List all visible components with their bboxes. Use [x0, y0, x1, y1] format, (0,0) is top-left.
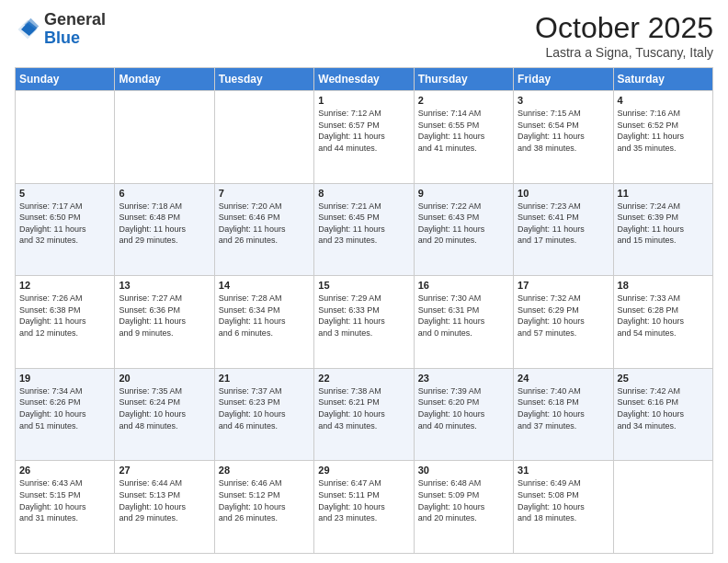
- calendar-cell: 4Sunrise: 7:16 AM Sunset: 6:52 PM Daylig…: [613, 91, 712, 184]
- weekday-header-monday: Monday: [115, 68, 214, 91]
- calendar-cell: 12Sunrise: 7:26 AM Sunset: 6:38 PM Dayli…: [16, 276, 115, 369]
- calendar-cell: 31Sunrise: 6:49 AM Sunset: 5:08 PM Dayli…: [514, 461, 613, 554]
- day-number: 19: [19, 373, 110, 384]
- weekday-header-tuesday: Tuesday: [214, 68, 313, 91]
- weekday-header-thursday: Thursday: [414, 68, 513, 91]
- day-number: 12: [19, 280, 110, 291]
- calendar-cell: 14Sunrise: 7:28 AM Sunset: 6:34 PM Dayli…: [214, 276, 313, 369]
- logo-text: General Blue: [44, 11, 106, 48]
- day-number: 21: [219, 373, 310, 384]
- day-info: Sunrise: 7:26 AM Sunset: 6:38 PM Dayligh…: [19, 293, 110, 339]
- day-info: Sunrise: 7:33 AM Sunset: 6:28 PM Dayligh…: [618, 293, 709, 339]
- day-info: Sunrise: 7:30 AM Sunset: 6:31 PM Dayligh…: [418, 293, 509, 339]
- day-number: 10: [518, 188, 609, 199]
- day-info: Sunrise: 7:12 AM Sunset: 6:57 PM Dayligh…: [318, 108, 409, 154]
- calendar-cell: 28Sunrise: 6:46 AM Sunset: 5:12 PM Dayli…: [214, 461, 313, 554]
- day-number: 6: [119, 188, 210, 199]
- day-number: 2: [418, 95, 509, 106]
- header: General Blue October 2025 Lastra a Signa…: [15, 11, 713, 60]
- calendar-cell: 15Sunrise: 7:29 AM Sunset: 6:33 PM Dayli…: [314, 276, 414, 369]
- day-info: Sunrise: 7:37 AM Sunset: 6:23 PM Dayligh…: [219, 385, 310, 431]
- day-number: 31: [518, 465, 609, 476]
- day-info: Sunrise: 6:44 AM Sunset: 5:13 PM Dayligh…: [119, 477, 210, 523]
- logo-icon: [15, 17, 40, 42]
- calendar-cell: 26Sunrise: 6:43 AM Sunset: 5:15 PM Dayli…: [16, 461, 115, 554]
- calendar-cell: 22Sunrise: 7:38 AM Sunset: 6:21 PM Dayli…: [314, 368, 414, 461]
- calendar-cell: [613, 461, 712, 554]
- day-info: Sunrise: 7:14 AM Sunset: 6:55 PM Dayligh…: [418, 108, 509, 154]
- weekday-header-sunday: Sunday: [16, 68, 115, 91]
- day-info: Sunrise: 7:15 AM Sunset: 6:54 PM Dayligh…: [518, 108, 609, 154]
- weekday-header-wednesday: Wednesday: [314, 68, 414, 91]
- day-number: 18: [618, 280, 709, 291]
- page: General Blue October 2025 Lastra a Signa…: [0, 0, 728, 563]
- calendar-cell: 10Sunrise: 7:23 AM Sunset: 6:41 PM Dayli…: [514, 183, 613, 276]
- day-number: 30: [418, 465, 509, 476]
- calendar-cell: [115, 91, 214, 184]
- day-info: Sunrise: 7:39 AM Sunset: 6:20 PM Dayligh…: [418, 385, 509, 431]
- day-info: Sunrise: 7:34 AM Sunset: 6:26 PM Dayligh…: [19, 385, 110, 431]
- weekday-header-friday: Friday: [514, 68, 613, 91]
- logo: General Blue: [15, 11, 106, 48]
- calendar-cell: 27Sunrise: 6:44 AM Sunset: 5:13 PM Dayli…: [115, 461, 214, 554]
- day-info: Sunrise: 7:32 AM Sunset: 6:29 PM Dayligh…: [518, 293, 609, 339]
- day-number: 28: [219, 465, 310, 476]
- week-row-1: 1Sunrise: 7:12 AM Sunset: 6:57 PM Daylig…: [16, 91, 713, 184]
- day-number: 27: [119, 465, 210, 476]
- day-number: 13: [119, 280, 210, 291]
- day-info: Sunrise: 7:29 AM Sunset: 6:33 PM Dayligh…: [318, 293, 409, 339]
- calendar-cell: 6Sunrise: 7:18 AM Sunset: 6:48 PM Daylig…: [115, 183, 214, 276]
- calendar-cell: 29Sunrise: 6:47 AM Sunset: 5:11 PM Dayli…: [314, 461, 414, 554]
- calendar-cell: 19Sunrise: 7:34 AM Sunset: 6:26 PM Dayli…: [16, 368, 115, 461]
- calendar-cell: 18Sunrise: 7:33 AM Sunset: 6:28 PM Dayli…: [613, 276, 712, 369]
- day-number: 23: [418, 373, 509, 384]
- day-info: Sunrise: 7:23 AM Sunset: 6:41 PM Dayligh…: [518, 201, 609, 247]
- day-info: Sunrise: 7:35 AM Sunset: 6:24 PM Dayligh…: [119, 385, 210, 431]
- day-info: Sunrise: 7:20 AM Sunset: 6:46 PM Dayligh…: [219, 201, 310, 247]
- day-info: Sunrise: 7:17 AM Sunset: 6:50 PM Dayligh…: [19, 201, 110, 247]
- logo-general-text: General: [44, 10, 106, 29]
- calendar-cell: 30Sunrise: 6:48 AM Sunset: 5:09 PM Dayli…: [414, 461, 513, 554]
- day-info: Sunrise: 7:16 AM Sunset: 6:52 PM Dayligh…: [618, 108, 709, 154]
- calendar-table: SundayMondayTuesdayWednesdayThursdayFrid…: [15, 67, 713, 554]
- title-block: October 2025 Lastra a Signa, Tuscany, It…: [535, 11, 713, 60]
- day-number: 26: [19, 465, 110, 476]
- day-info: Sunrise: 6:47 AM Sunset: 5:11 PM Dayligh…: [318, 477, 409, 523]
- weekday-header-saturday: Saturday: [613, 68, 712, 91]
- calendar-cell: 20Sunrise: 7:35 AM Sunset: 6:24 PM Dayli…: [115, 368, 214, 461]
- day-number: 5: [19, 188, 110, 199]
- calendar-cell: 13Sunrise: 7:27 AM Sunset: 6:36 PM Dayli…: [115, 276, 214, 369]
- day-number: 25: [618, 373, 709, 384]
- day-number: 8: [318, 188, 409, 199]
- day-number: 15: [318, 280, 409, 291]
- day-number: 4: [618, 95, 709, 106]
- day-number: 14: [219, 280, 310, 291]
- day-info: Sunrise: 6:48 AM Sunset: 5:09 PM Dayligh…: [418, 477, 509, 523]
- calendar-cell: 23Sunrise: 7:39 AM Sunset: 6:20 PM Dayli…: [414, 368, 513, 461]
- day-number: 24: [518, 373, 609, 384]
- week-row-2: 5Sunrise: 7:17 AM Sunset: 6:50 PM Daylig…: [16, 183, 713, 276]
- day-number: 7: [219, 188, 310, 199]
- calendar-cell: 24Sunrise: 7:40 AM Sunset: 6:18 PM Dayli…: [514, 368, 613, 461]
- day-number: 11: [618, 188, 709, 199]
- day-info: Sunrise: 6:49 AM Sunset: 5:08 PM Dayligh…: [518, 477, 609, 523]
- calendar-cell: 16Sunrise: 7:30 AM Sunset: 6:31 PM Dayli…: [414, 276, 513, 369]
- calendar-cell: 5Sunrise: 7:17 AM Sunset: 6:50 PM Daylig…: [16, 183, 115, 276]
- calendar-cell: 11Sunrise: 7:24 AM Sunset: 6:39 PM Dayli…: [613, 183, 712, 276]
- week-row-5: 26Sunrise: 6:43 AM Sunset: 5:15 PM Dayli…: [16, 461, 713, 554]
- calendar-cell: 21Sunrise: 7:37 AM Sunset: 6:23 PM Dayli…: [214, 368, 313, 461]
- calendar-cell: 25Sunrise: 7:42 AM Sunset: 6:16 PM Dayli…: [613, 368, 712, 461]
- day-info: Sunrise: 7:28 AM Sunset: 6:34 PM Dayligh…: [219, 293, 310, 339]
- day-info: Sunrise: 6:46 AM Sunset: 5:12 PM Dayligh…: [219, 477, 310, 523]
- day-number: 3: [518, 95, 609, 106]
- calendar-cell: 8Sunrise: 7:21 AM Sunset: 6:45 PM Daylig…: [314, 183, 414, 276]
- day-number: 17: [518, 280, 609, 291]
- location: Lastra a Signa, Tuscany, Italy: [535, 45, 713, 60]
- day-info: Sunrise: 7:42 AM Sunset: 6:16 PM Dayligh…: [618, 385, 709, 431]
- day-info: Sunrise: 7:38 AM Sunset: 6:21 PM Dayligh…: [318, 385, 409, 431]
- day-number: 22: [318, 373, 409, 384]
- calendar-cell: 2Sunrise: 7:14 AM Sunset: 6:55 PM Daylig…: [414, 91, 513, 184]
- calendar-cell: [16, 91, 115, 184]
- day-info: Sunrise: 7:21 AM Sunset: 6:45 PM Dayligh…: [318, 201, 409, 247]
- month-title: October 2025: [535, 11, 713, 45]
